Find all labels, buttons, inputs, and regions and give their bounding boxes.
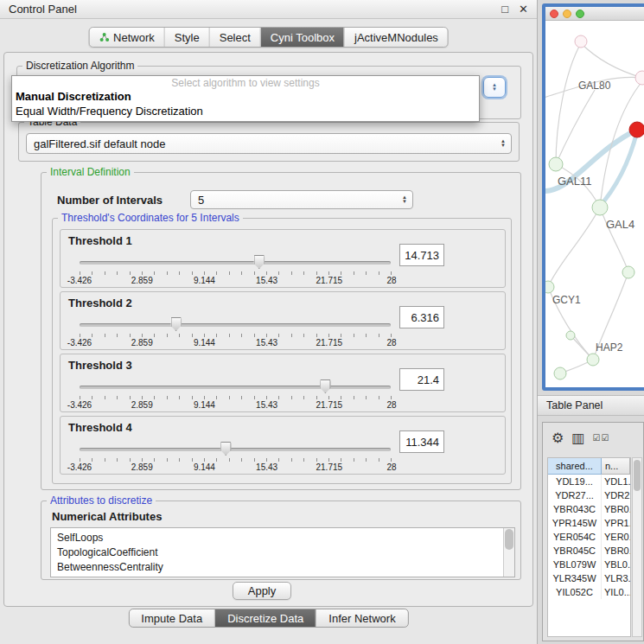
columns-icon[interactable]: ▥ [571, 430, 584, 446]
scrollbar-thumb[interactable] [505, 529, 513, 550]
slider-thumb[interactable] [220, 442, 232, 456]
tab-label: Cyni Toolbox [271, 31, 335, 44]
dropdown-option-equal-width-frequency[interactable]: Equal Width/Frequency Discretization [12, 104, 479, 118]
cell[interactable]: YER0... [602, 530, 630, 544]
number-of-intervals-combo[interactable]: 5 ▲▼ [190, 190, 413, 209]
cell[interactable]: YBR045C [548, 544, 602, 558]
list-item[interactable]: SelfLoops [57, 531, 502, 545]
list-scrollbar[interactable] [503, 528, 514, 577]
table-row[interactable]: YIL052CYIL0... [548, 585, 630, 599]
slider-track[interactable] [80, 261, 391, 265]
threshold-2-slider[interactable] [80, 316, 391, 332]
table-row[interactable]: YBR043CYBR0... [548, 502, 630, 516]
network-edge [548, 207, 600, 287]
slider-track[interactable] [80, 323, 391, 327]
cell[interactable]: YBL079W [548, 558, 602, 571]
network-node[interactable] [575, 35, 587, 48]
table-row[interactable]: YLR345WYLR3... [548, 571, 630, 585]
threshold-3-value-field[interactable]: 21.4 [399, 368, 444, 391]
table-panel-window: ⚙ ▥ ☑☑ shared... n... YDL19...YDL1... YD… [542, 422, 644, 641]
tab-infer-network[interactable]: Infer Network [316, 609, 407, 627]
slider-thumb[interactable] [320, 379, 331, 393]
close-icon[interactable]: ✕ [519, 3, 528, 16]
select-all-checkboxes-icon[interactable]: ☑☑ [592, 433, 609, 443]
network-node[interactable] [592, 200, 608, 215]
slider-thumb[interactable] [170, 317, 182, 331]
tab-network[interactable]: Network [89, 28, 164, 47]
threshold-1-slider[interactable] [80, 254, 391, 270]
table-scrollbar[interactable] [632, 457, 642, 637]
float-window-icon[interactable]: □ [501, 3, 508, 16]
network-node[interactable] [587, 354, 599, 366]
threshold-4-slider[interactable] [80, 441, 391, 456]
slider-ticks [80, 271, 392, 275]
scrollbar-thumb[interactable] [634, 460, 641, 491]
table-row[interactable]: YER054CYER0... [548, 530, 630, 544]
cell[interactable]: YPR1... [602, 516, 630, 530]
zoom-button[interactable] [576, 10, 584, 18]
top-tab-bar: Network Style Select Cyni Toolbox jActiv… [88, 27, 449, 48]
table-row[interactable]: YPR145WYPR1... [548, 516, 630, 530]
combo-value: galFiltered.sif default node [34, 137, 165, 150]
table-row[interactable]: YDL19...YDL1... [548, 475, 630, 488]
network-node[interactable] [554, 367, 566, 379]
tab-select[interactable]: Select [209, 28, 260, 47]
cell[interactable]: YBR0... [602, 502, 630, 516]
slider-ticks [80, 458, 392, 462]
network-graph [545, 21, 644, 386]
network-window-titlebar [545, 7, 644, 21]
gear-icon[interactable]: ⚙ [552, 430, 564, 446]
network-canvas[interactable]: GAL80 GAL11 GAL4 GCY1 HAP2 [545, 21, 644, 386]
cell[interactable]: YDL1... [602, 475, 630, 488]
cell[interactable]: YDL19... [548, 475, 602, 488]
algorithm-combo-button[interactable]: ▲ ▼ [483, 77, 506, 98]
cell[interactable]: YER054C [548, 530, 602, 544]
cell[interactable]: YLR3... [602, 571, 630, 585]
cell[interactable]: YBR043C [548, 502, 602, 516]
tab-label: Style [175, 31, 200, 44]
dropdown-option-manual-discretization[interactable]: Manual Discretization [12, 89, 479, 104]
minimize-button[interactable] [563, 10, 571, 18]
list-item[interactable]: BetweennessCentrality [57, 560, 502, 575]
threshold-1-value-field[interactable]: 14.713 [399, 244, 444, 266]
cell[interactable]: YDR2... [602, 488, 630, 502]
cell[interactable]: YLR345W [548, 571, 602, 585]
slider-thumb[interactable] [253, 255, 265, 269]
table-row[interactable]: YDR27...YDR2... [548, 488, 630, 502]
table-row[interactable]: YBL079WYBL0... [548, 558, 630, 571]
slider-track[interactable] [80, 448, 391, 451]
network-node[interactable] [566, 331, 575, 340]
cell[interactable]: YBL0... [602, 558, 630, 571]
threshold-3-slider[interactable] [80, 379, 391, 394]
network-node[interactable] [545, 281, 554, 293]
network-node-selected[interactable] [629, 122, 644, 137]
cell[interactable]: YIL0... [602, 585, 630, 599]
threshold-4-value-field[interactable]: 11.344 [399, 430, 444, 453]
close-button[interactable] [550, 10, 558, 18]
tab-discretize-data[interactable]: Discretize Data [214, 609, 316, 627]
slider-track[interactable] [80, 386, 391, 389]
dropdown-placeholder: Select algorithm to view settings [12, 76, 479, 89]
tab-impute-data[interactable]: Impute Data [129, 609, 214, 627]
network-node[interactable] [635, 71, 644, 85]
threshold-2-value-field[interactable]: 6.316 [399, 306, 444, 328]
tab-style[interactable]: Style [164, 28, 209, 47]
node-label-gcy1: GCY1 [552, 294, 581, 306]
cell[interactable]: YDR27... [548, 488, 602, 502]
cell[interactable]: YPR145W [548, 516, 602, 530]
column-header-shared-name[interactable]: shared... [548, 458, 602, 475]
table-data-combo[interactable]: galFiltered.sif default node ▲▼ [26, 133, 512, 154]
network-node[interactable] [622, 266, 634, 278]
table-panel-title: Table Panel [546, 399, 603, 411]
node-label-gal11: GAL11 [558, 175, 592, 188]
network-node[interactable] [549, 157, 563, 171]
apply-button[interactable]: Apply [233, 582, 291, 600]
table-row[interactable]: YBR045CYBR0... [548, 544, 630, 558]
cell[interactable]: YIL052C [548, 585, 602, 599]
tab-jactivemnodules[interactable]: jActiveMNodules [344, 28, 448, 47]
tab-cyni-toolbox[interactable]: Cyni Toolbox [260, 28, 344, 47]
column-header-name[interactable]: n... [602, 458, 630, 475]
cell[interactable]: YBR0... [602, 544, 630, 558]
network-icon [99, 32, 109, 42]
list-item[interactable]: TopologicalCoefficient [57, 545, 502, 560]
